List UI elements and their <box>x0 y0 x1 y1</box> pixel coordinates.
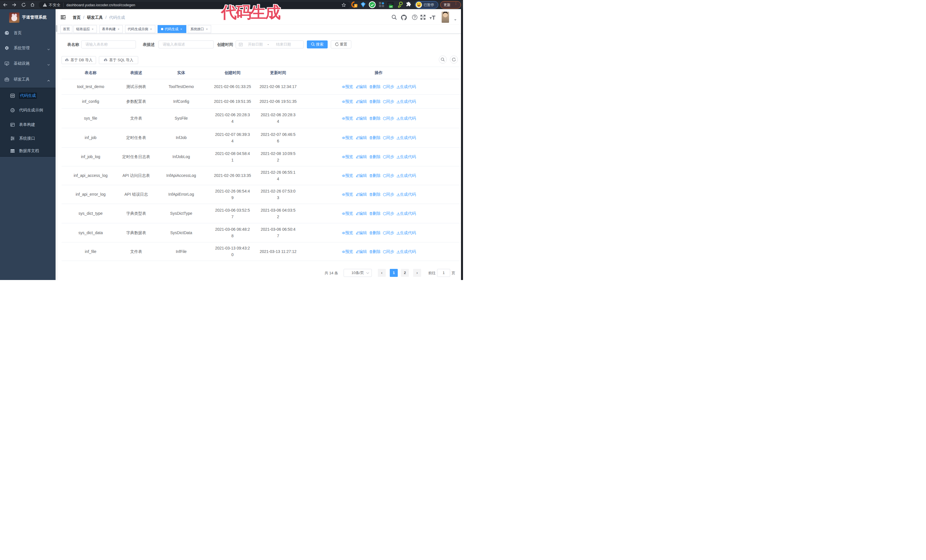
svg-text:1: 1 <box>355 4 356 7</box>
svg-text:on: on <box>389 5 392 8</box>
